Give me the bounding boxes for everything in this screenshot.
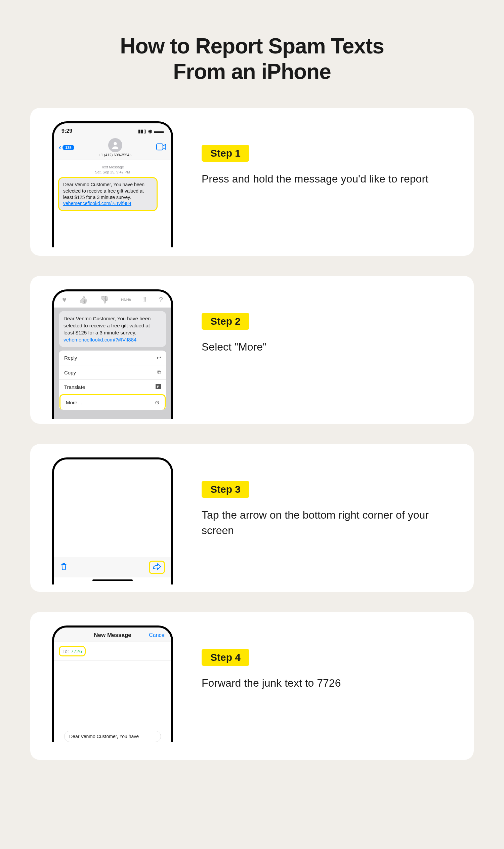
- tapback-exclaim-icon[interactable]: ‼: [143, 296, 147, 304]
- step-badge-2: Step 2: [202, 313, 249, 330]
- step-card-3: Step 3 Tap the arrow on the bottom right…: [30, 444, 474, 592]
- avatar-icon[interactable]: [108, 138, 122, 152]
- step-badge-1: Step 1: [202, 145, 249, 162]
- newmsg-header: New Message Cancel: [54, 627, 171, 642]
- message-selection-area: [54, 459, 171, 557]
- status-icons: ▮▮▯ ◉ ▬▬: [138, 128, 164, 134]
- step-description-1: Press and hold the message you'd like to…: [202, 171, 454, 187]
- phone-mockup-2: ♥ 👍 👎 HA HA ‼ ? Dear Venmo Customer, You…: [52, 289, 173, 419]
- title-line-2: From an iPhone: [173, 59, 331, 84]
- phone-mockup-4: New Message Cancel To: 7726 Dear Venmo C…: [52, 625, 173, 742]
- trash-icon[interactable]: [60, 563, 68, 572]
- context-reply[interactable]: Reply↩: [59, 351, 166, 365]
- tapback-question-icon[interactable]: ?: [159, 296, 163, 304]
- status-time: 9:29: [61, 128, 72, 134]
- message-header: ‹ 138 +1 (412) 699-3554: [54, 137, 171, 160]
- battery-icon: ▬▬: [154, 128, 164, 134]
- forward-button[interactable]: [149, 561, 165, 574]
- step-card-1: 9:29 ▮▮▯ ◉ ▬▬ ‹ 138: [30, 108, 474, 256]
- svg-rect-1: [157, 144, 163, 150]
- compose-body: [54, 661, 171, 728]
- back-button[interactable]: ‹ 138: [59, 143, 74, 152]
- to-value: 7726: [71, 648, 82, 654]
- translate-icon: 🅰: [156, 384, 161, 390]
- tapback-heart-icon[interactable]: ♥: [62, 296, 67, 304]
- step-card-2: ♥ 👍 👎 HA HA ‼ ? Dear Venmo Customer, You…: [30, 276, 474, 424]
- tapback-row: ♥ 👍 👎 HA HA ‼ ?: [54, 291, 171, 307]
- wifi-icon: ◉: [148, 128, 152, 134]
- reply-icon: ↩: [157, 355, 161, 361]
- step-badge-3: Step 3: [202, 481, 249, 498]
- spam-message-text: Dear Venmo Customer, You have been selec…: [63, 182, 144, 200]
- phone-mockup-1: 9:29 ▮▮▯ ◉ ▬▬ ‹ 138: [52, 121, 173, 247]
- selection-toolbar: [54, 557, 171, 578]
- title-line-1: How to Report Spam Texts: [120, 34, 384, 58]
- to-label: To:: [62, 649, 69, 654]
- spam-message-bubble[interactable]: Dear Venmo Customer, You have been selec…: [58, 177, 158, 211]
- spam-message-link[interactable]: vehemenceflookd.com/?#IVif884: [64, 337, 137, 342]
- signal-icon: ▮▮▯: [138, 128, 146, 134]
- step-description-3: Tap the arrow on the bottom right corner…: [202, 507, 454, 538]
- tapback-thumbsdown-icon[interactable]: 👎: [100, 296, 109, 304]
- copy-icon: ⧉: [157, 369, 161, 375]
- forward-arrow-icon: [152, 566, 161, 571]
- message-meta: Text MessageSat, Sep 25, 9:42 PM: [54, 165, 171, 175]
- step-card-4: New Message Cancel To: 7726 Dear Venmo C…: [30, 612, 474, 760]
- tapback-haha-icon[interactable]: HA HA: [121, 298, 131, 302]
- context-translate[interactable]: Translate🅰: [59, 380, 166, 394]
- cancel-button[interactable]: Cancel: [149, 632, 166, 638]
- step-description-4: Forward the junk text to 7726: [202, 675, 454, 691]
- chevron-left-icon: ‹: [59, 143, 61, 152]
- spam-message-link[interactable]: vehemenceflookd.com/?#IVif884: [63, 201, 131, 206]
- svg-point-0: [113, 142, 116, 145]
- unread-badge: 138: [62, 145, 74, 150]
- facetime-icon[interactable]: [156, 143, 166, 152]
- step-description-2: Select "More": [202, 339, 454, 355]
- status-bar: 9:29 ▮▮▯ ◉ ▬▬: [54, 123, 171, 137]
- phone-mockup-3: [52, 457, 173, 584]
- more-icon: ⊙: [155, 399, 159, 406]
- context-copy[interactable]: Copy⧉: [59, 365, 166, 380]
- context-message-bubble: Dear Venmo Customer, You have been selec…: [59, 311, 166, 347]
- context-more[interactable]: More…⊙: [59, 394, 166, 410]
- page-title: How to Report Spam Texts From an iPhone: [30, 34, 474, 84]
- sender-number[interactable]: +1 (412) 699-3554: [99, 153, 132, 157]
- to-field-row[interactable]: To: 7726: [54, 642, 171, 661]
- tapback-thumbsup-icon[interactable]: 👍: [79, 296, 88, 304]
- step-badge-4: Step 4: [202, 649, 249, 666]
- home-indicator: [92, 580, 133, 581]
- compose-input[interactable]: Dear Venmo Customer, You have: [64, 731, 161, 742]
- context-menu: Reply↩ Copy⧉ Translate🅰 More…⊙: [59, 351, 166, 410]
